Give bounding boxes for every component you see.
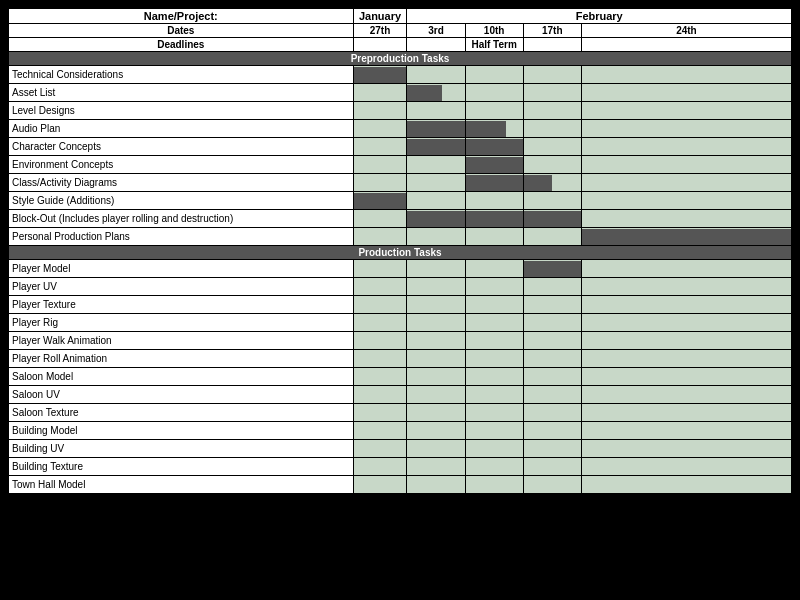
gantt-cell — [407, 228, 465, 246]
half-term-cell: Half Term — [465, 38, 523, 52]
gantt-cell — [465, 138, 523, 156]
gantt-cell — [465, 120, 523, 138]
gantt-cell — [581, 156, 791, 174]
gantt-cell — [465, 66, 523, 84]
gantt-cell — [465, 102, 523, 120]
task-name: Block-Out (Includes player rolling and d… — [9, 210, 354, 228]
gantt-cell — [465, 84, 523, 102]
gantt-cell — [353, 368, 407, 386]
gantt-cell — [581, 386, 791, 404]
gantt-cell — [407, 404, 465, 422]
table-row: Class/Activity Diagrams — [9, 174, 792, 192]
table-row: Character Concepts — [9, 138, 792, 156]
table-row: Asset List — [9, 84, 792, 102]
production-label: Production Tasks — [9, 246, 792, 260]
gantt-cell — [465, 386, 523, 404]
gantt-cell — [523, 476, 581, 494]
gantt-cell — [353, 422, 407, 440]
table-row: Personal Production Plans — [9, 228, 792, 246]
gantt-cell — [523, 350, 581, 368]
gantt-cell — [353, 350, 407, 368]
gantt-cell — [407, 332, 465, 350]
gantt-cell — [523, 120, 581, 138]
gantt-cell — [523, 422, 581, 440]
gantt-cell — [581, 350, 791, 368]
task-name: Environment Concepts — [9, 156, 354, 174]
gantt-cell — [581, 314, 791, 332]
production-section-header: Production Tasks — [9, 246, 792, 260]
gantt-cell — [465, 210, 523, 228]
gantt-cell — [353, 314, 407, 332]
task-name: Technical Considerations — [9, 66, 354, 84]
table-row: Player Roll Animation — [9, 350, 792, 368]
gantt-cell — [407, 368, 465, 386]
gantt-cell — [407, 156, 465, 174]
gantt-cell — [353, 66, 407, 84]
task-name: Player Walk Animation — [9, 332, 354, 350]
gantt-cell — [581, 296, 791, 314]
gantt-cell — [407, 192, 465, 210]
table-row: Saloon UV — [9, 386, 792, 404]
date-feb24: 24th — [581, 24, 791, 38]
gantt-cell — [407, 440, 465, 458]
date-feb17: 17th — [523, 24, 581, 38]
table-row: Environment Concepts — [9, 156, 792, 174]
gantt-cell — [353, 260, 407, 278]
task-name: Building Texture — [9, 458, 354, 476]
gantt-cell — [353, 458, 407, 476]
gantt-cell — [581, 404, 791, 422]
gantt-cell — [581, 210, 791, 228]
task-name: Style Guide (Additions) — [9, 192, 354, 210]
table-row: Level Designs — [9, 102, 792, 120]
gantt-cell — [465, 156, 523, 174]
task-name: Level Designs — [9, 102, 354, 120]
table-row: Player Rig — [9, 314, 792, 332]
table-row: Player UV — [9, 278, 792, 296]
task-name: Audio Plan — [9, 120, 354, 138]
gantt-cell — [523, 458, 581, 476]
gantt-cell — [523, 278, 581, 296]
gantt-cell — [581, 120, 791, 138]
gantt-cell — [581, 476, 791, 494]
gantt-cell — [581, 422, 791, 440]
gantt-cell — [581, 84, 791, 102]
gantt-cell — [465, 278, 523, 296]
gantt-cell — [523, 314, 581, 332]
gantt-cell — [581, 260, 791, 278]
gantt-cell — [353, 156, 407, 174]
gantt-cell — [465, 350, 523, 368]
task-name: Player Roll Animation — [9, 350, 354, 368]
gantt-cell — [353, 192, 407, 210]
table-row: Audio Plan — [9, 120, 792, 138]
gantt-cell — [581, 192, 791, 210]
task-name: Asset List — [9, 84, 354, 102]
gantt-cell — [581, 66, 791, 84]
gantt-cell — [353, 386, 407, 404]
task-name: Character Concepts — [9, 138, 354, 156]
task-name: Player Texture — [9, 296, 354, 314]
gantt-cell — [581, 174, 791, 192]
gantt-cell — [581, 332, 791, 350]
table-row: Player Walk Animation — [9, 332, 792, 350]
table-row: Building UV — [9, 440, 792, 458]
gantt-cell — [353, 138, 407, 156]
gantt-cell — [523, 210, 581, 228]
table-row: Building Texture — [9, 458, 792, 476]
gantt-cell — [407, 210, 465, 228]
dates-row: Dates 27th 3rd 10th 17th 24th — [9, 24, 792, 38]
task-name: Saloon Texture — [9, 404, 354, 422]
gantt-cell — [465, 314, 523, 332]
gantt-cell — [407, 296, 465, 314]
gantt-cell — [523, 84, 581, 102]
task-name: Personal Production Plans — [9, 228, 354, 246]
deadlines-row: Deadlines Half Term Preproduction deadli… — [9, 38, 792, 52]
gantt-cell — [353, 476, 407, 494]
gantt-cell — [465, 174, 523, 192]
task-name: Building UV — [9, 440, 354, 458]
preproduction-deadline-cell: Preproduction deadline + Project check — [581, 38, 791, 52]
deadlines-label: Deadlines — [9, 38, 354, 52]
date-jan27: 27th — [353, 24, 407, 38]
gantt-cell — [523, 156, 581, 174]
gantt-cell — [353, 210, 407, 228]
gantt-cell — [465, 458, 523, 476]
